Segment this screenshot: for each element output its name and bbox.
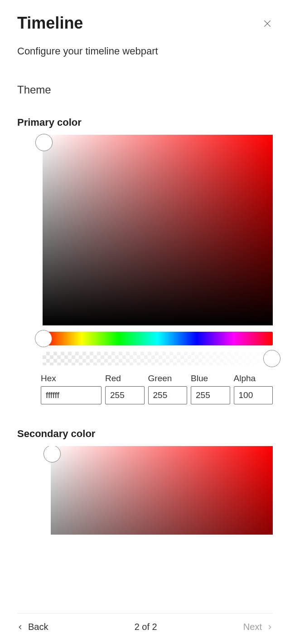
secondary-color-label: Secondary color (17, 428, 273, 440)
primary-red-input[interactable] (105, 386, 144, 404)
panel-title: Timeline (17, 14, 83, 33)
page-indicator: 2 of 2 (135, 622, 157, 632)
primary-color-label: Primary color (17, 117, 273, 128)
next-label: Next (243, 622, 262, 632)
chevron-right-icon (266, 624, 273, 630)
primary-blue-input[interactable] (191, 386, 230, 404)
chevron-left-icon (17, 624, 24, 630)
hex-label: Hex (41, 374, 102, 383)
primary-sv-thumb[interactable] (35, 134, 53, 151)
panel-subtitle: Configure your timeline webpart (17, 45, 273, 57)
alpha-label: Alpha (234, 374, 273, 383)
blue-label: Blue (191, 374, 230, 383)
primary-hue-slider[interactable] (43, 332, 273, 345)
primary-color-picker: Hex Red Green Blue Alpha (17, 135, 273, 404)
primary-alpha-thumb[interactable] (263, 350, 280, 367)
primary-green-input[interactable] (148, 386, 187, 404)
back-button[interactable]: Back (17, 622, 48, 632)
green-label: Green (148, 374, 187, 383)
red-label: Red (105, 374, 144, 383)
primary-alpha-input[interactable] (234, 386, 273, 404)
secondary-sv-panel[interactable] (51, 446, 273, 535)
next-button[interactable]: Next (243, 622, 273, 632)
primary-hue-thumb[interactable] (35, 330, 52, 347)
section-theme-label: Theme (17, 84, 273, 96)
close-icon (263, 19, 272, 28)
secondary-color-picker (17, 446, 273, 535)
close-button[interactable] (262, 18, 273, 29)
panel-footer: Back 2 of 2 Next (17, 613, 273, 632)
primary-sv-panel[interactable] (43, 135, 273, 325)
primary-alpha-slider[interactable] (43, 352, 273, 365)
back-label: Back (28, 622, 48, 632)
primary-hex-input[interactable] (41, 386, 102, 404)
